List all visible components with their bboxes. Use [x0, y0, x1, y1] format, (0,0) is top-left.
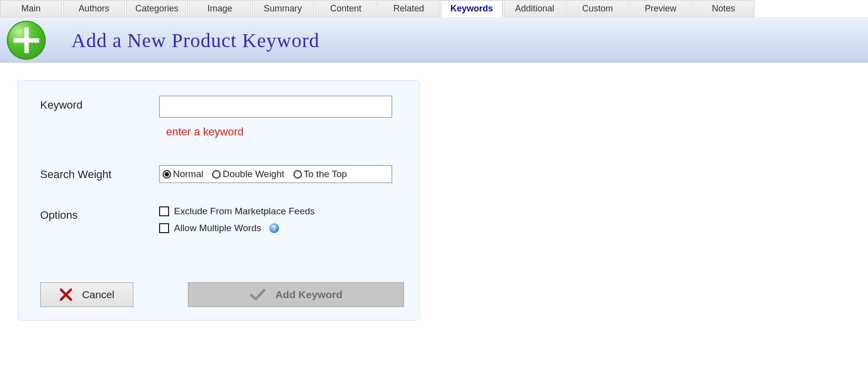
radio-top-label: To the Top: [304, 169, 347, 180]
tab-keywords[interactable]: Keywords: [441, 0, 503, 17]
checkbox-multi-label: Allow Multiple Words: [174, 223, 261, 234]
keyword-label: Keyword: [40, 96, 159, 112]
radio-icon: [212, 170, 221, 179]
check-icon: [249, 288, 266, 302]
radio-normal-label: Normal: [173, 169, 203, 180]
keyword-input[interactable]: [159, 96, 392, 118]
help-icon[interactable]: ?: [269, 223, 279, 233]
radio-icon: [163, 170, 171, 179]
radio-double-label: Double Weight: [223, 169, 284, 180]
tab-authors[interactable]: Authors: [63, 0, 125, 17]
page-title: Add a New Product Keyword: [71, 29, 319, 52]
tab-content[interactable]: Content: [315, 0, 377, 17]
tab-categories[interactable]: Categories: [126, 0, 188, 17]
cancel-button-label: Cancel: [82, 289, 114, 301]
tab-notes[interactable]: Notes: [693, 0, 754, 17]
checkbox-exclude-marketplace[interactable]: Exclude From Marketplace Feeds: [159, 206, 404, 217]
tab-preview[interactable]: Preview: [630, 0, 692, 17]
checkbox-allow-multiple-words[interactable]: Allow Multiple Words ?: [159, 223, 404, 234]
options-label: Options: [40, 206, 159, 222]
checkbox-exclude-label: Exclude From Marketplace Feeds: [174, 206, 315, 217]
add-keyword-button[interactable]: Add Keyword: [188, 282, 404, 307]
radio-normal[interactable]: Normal: [163, 169, 203, 180]
tab-additional[interactable]: Additional: [504, 0, 566, 17]
search-weight-group: Normal Double Weight To the Top: [159, 165, 392, 183]
search-weight-label: Search Weight: [40, 143, 159, 181]
tab-related[interactable]: Related: [378, 0, 440, 17]
tab-main[interactable]: Main: [0, 0, 62, 17]
tab-image[interactable]: Image: [189, 0, 251, 17]
keyword-validation-message: enter a keyword: [166, 126, 404, 138]
keyword-form-panel: Keyword enter a keyword Search Weight No…: [18, 80, 419, 320]
add-keyword-button-label: Add Keyword: [275, 289, 342, 301]
tab-bar: Main Authors Categories Image Summary Co…: [0, 0, 868, 18]
checkbox-icon: [159, 223, 169, 233]
checkbox-icon: [159, 206, 169, 216]
radio-double-weight[interactable]: Double Weight: [212, 169, 284, 180]
radio-to-the-top[interactable]: To the Top: [293, 169, 347, 180]
cancel-button[interactable]: Cancel: [40, 282, 133, 307]
tab-summary[interactable]: Summary: [252, 0, 314, 17]
add-icon: [7, 21, 46, 60]
page-header: Add a New Product Keyword: [0, 18, 868, 63]
close-icon: [59, 288, 73, 302]
radio-icon: [293, 170, 302, 179]
tab-custom[interactable]: Custom: [567, 0, 629, 17]
